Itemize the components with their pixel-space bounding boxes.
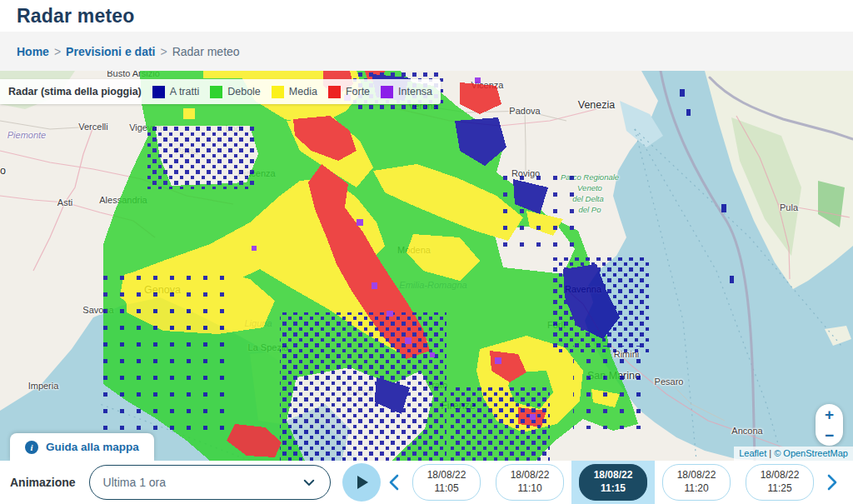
- breadcrumb-home-link[interactable]: Home: [17, 45, 49, 58]
- legend-item: Media: [272, 86, 317, 98]
- info-icon: i: [25, 441, 38, 454]
- map-zoom-control: + −: [816, 404, 843, 446]
- timeline-step: 18/08/22 11:10: [488, 461, 571, 504]
- legend-item: Intensa: [381, 86, 432, 98]
- play-icon: [353, 474, 370, 491]
- timeline-step: 18/08/22 11:15: [571, 461, 655, 504]
- legend-swatch: [381, 86, 393, 98]
- radar-meteo-page: Radar meteo Home > Previsioni e dati > R…: [0, 0, 853, 504]
- timeline-step-button[interactable]: 18/08/22 11:05: [412, 464, 481, 501]
- timeline: 18/08/22 11:05 18/08/22 11:10 18/08/22 1…: [383, 461, 843, 504]
- legend-item: Forte: [328, 86, 370, 98]
- map-guide-label: Guida alla mappa: [46, 441, 139, 453]
- animation-bar: Animazione Ultima 1 ora 18/08/22 11:05: [0, 461, 853, 504]
- timeline-step-button[interactable]: 18/08/22 11:20: [662, 464, 731, 501]
- zoom-in-button[interactable]: +: [816, 404, 843, 425]
- openstreetmap-link[interactable]: © OpenStreetMap: [774, 448, 848, 458]
- timeline-step: 18/08/22 11:20: [655, 461, 738, 504]
- timeline-next-button[interactable]: [821, 461, 843, 504]
- attribution-separator: |: [769, 448, 771, 458]
- radar-legend: Radar (stima della pioggia) A tratti Deb…: [0, 79, 441, 104]
- timeline-prev-button[interactable]: [383, 461, 405, 504]
- timeline-step-button[interactable]: 18/08/22 11:10: [496, 464, 564, 501]
- timeline-step-button[interactable]: 18/08/22 11:15: [579, 464, 647, 501]
- legend-swatch: [152, 86, 165, 98]
- timeline-step-button[interactable]: 18/08/22 11:25: [746, 464, 814, 501]
- interval-select[interactable]: Ultima 1 ora: [89, 465, 331, 500]
- breadcrumb-current: Radar meteo: [172, 45, 240, 58]
- breadcrumb-previsioni-link[interactable]: Previsioni e dati: [66, 45, 155, 58]
- legend-title: Radar (stima della pioggia): [8, 86, 142, 97]
- radar-overlay: [0, 71, 853, 461]
- breadcrumb-separator: >: [54, 45, 61, 58]
- chevron-down-icon: [302, 475, 317, 490]
- legend-item: A tratti: [152, 86, 199, 98]
- breadcrumb: Home > Previsioni e dati > Radar meteo: [0, 32, 853, 71]
- interval-select-value: Ultima 1 ora: [103, 476, 166, 489]
- legend-swatch: [272, 86, 284, 98]
- breadcrumb-separator: >: [160, 45, 167, 58]
- page-header: Radar meteo: [0, 0, 853, 32]
- leaflet-link[interactable]: Leaflet: [739, 448, 766, 458]
- legend-swatch: [210, 86, 222, 98]
- map-guide-button[interactable]: i Guida alla mappa: [10, 433, 154, 461]
- timeline-step: 18/08/22 11:05: [405, 461, 488, 504]
- legend-swatch: [328, 86, 341, 98]
- map-attribution: Leaflet | © OpenStreetMap: [734, 447, 853, 461]
- legend-item: Debole: [210, 86, 261, 98]
- play-button[interactable]: [342, 463, 381, 502]
- chevron-left-icon: [387, 473, 402, 492]
- page-title: Radar meteo: [17, 5, 836, 27]
- timeline-step: 18/08/22 11:25: [738, 461, 821, 504]
- radar-map[interactable]: Busto ArsizioVicenzaVeronaPadovaVeneziaR…: [0, 71, 853, 461]
- chevron-right-icon: [825, 473, 840, 492]
- animation-label: Animazione: [10, 476, 76, 489]
